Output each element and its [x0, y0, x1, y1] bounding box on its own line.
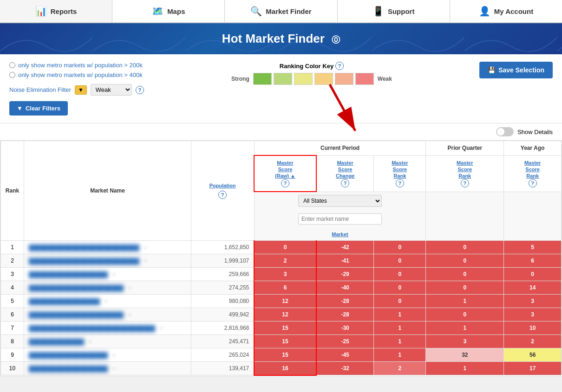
population-cell: 265,024 [191, 348, 255, 362]
nav-reports-label: Reports [51, 7, 77, 15]
population-help-icon[interactable]: ? [218, 191, 227, 199]
master-score-raw-cell: 3 [254, 268, 316, 281]
favorite-star-icon[interactable]: ☆ [158, 324, 164, 332]
population-sort-link[interactable]: Population [209, 183, 236, 188]
nav-support[interactable]: 📱 Support [338, 0, 450, 22]
master-score-rank-cell: 1 [374, 308, 426, 321]
market-link[interactable]: ████████████████████ [29, 366, 109, 372]
table-row: 6 ████████████████████████ ☆ 499,942 12 … [1, 308, 562, 321]
market-link[interactable]: ████████████████████████████ [29, 244, 141, 251]
market-name-cell: ████████████████████ ☆ [24, 362, 191, 375]
master-score-raw-cell: 15 [254, 321, 316, 335]
year-rank-cell: 17 [504, 362, 562, 375]
master-score-raw-cell: 0 [254, 241, 316, 254]
year-rank-cell: 2 [504, 335, 562, 348]
ranking-key-help-icon[interactable]: ? [335, 62, 344, 70]
market-sort-link[interactable]: Market [332, 231, 348, 237]
master-score-rank-help[interactable]: ? [396, 179, 404, 187]
market-name-cell: ██████████████████ ☆ [24, 295, 191, 308]
favorite-star-icon[interactable]: ☆ [127, 311, 133, 318]
navigation: 📊 Reports 🗺️ Maps 🔍 Market Finder 📱 Supp… [0, 0, 562, 23]
clear-filters-button[interactable]: ▼ Clear Filters [9, 101, 68, 116]
filter-funnel-icon: ▼ [75, 85, 87, 95]
noise-select[interactable]: Weak Moderate Strong [91, 84, 132, 96]
favorite-star-icon[interactable]: ☆ [103, 297, 109, 305]
year-master-score-rank-link[interactable]: MasterScoreRank [524, 160, 541, 179]
radio-400k-input[interactable] [9, 72, 15, 78]
nav-maps[interactable]: 🗺️ Maps [112, 0, 225, 22]
master-score-raw-link[interactable]: MasterScore(Raw) ▲ [275, 160, 295, 179]
swatch-2 [274, 73, 292, 85]
favorite-star-icon[interactable]: ☆ [111, 270, 117, 278]
clear-filters-label: Clear Filters [26, 105, 60, 112]
favorite-star-icon[interactable]: ☆ [111, 365, 117, 372]
favorite-star-icon[interactable]: ☆ [143, 244, 149, 251]
year-master-score-rank-help[interactable]: ? [529, 179, 537, 187]
save-selection-area: 💾 Save Selection [479, 62, 553, 78]
master-score-rank-link[interactable]: MasterScoreRank [392, 160, 408, 179]
market-link[interactable]: ████████████████████████████ [29, 258, 141, 264]
nav-reports[interactable]: 📊 Reports [0, 0, 112, 22]
year-rank-cell: 3 [504, 295, 562, 308]
th-prior-quarter: Prior Quarter [426, 141, 504, 156]
market-link[interactable]: ████████████████████████████████ [29, 325, 157, 332]
master-score-change-cell: -42 [316, 241, 374, 254]
table-row: 10 ████████████████████ ☆ 139,417 16 -32… [1, 362, 562, 375]
master-score-change-help[interactable]: ? [341, 179, 349, 187]
prior-rank-cell: 0 [426, 254, 504, 268]
save-selection-button[interactable]: 💾 Save Selection [479, 62, 553, 78]
favorite-star-icon[interactable]: ☆ [127, 284, 133, 291]
population-cell: 2,816,968 [191, 321, 255, 335]
show-details-toggle[interactable] [496, 127, 514, 136]
rank-cell: 6 [1, 308, 24, 321]
favorite-star-icon[interactable]: ☆ [111, 351, 117, 359]
market-link[interactable]: ████████████████████████ [29, 312, 125, 318]
population-cell: 1,652,850 [191, 241, 255, 254]
market-link[interactable]: ██████████████ [29, 339, 85, 345]
year-rank-cell: 56 [504, 348, 562, 362]
nav-my-account[interactable]: 👤 My Account [450, 0, 562, 22]
rank-cell: 1 [1, 241, 24, 254]
master-score-change-cell: -45 [316, 348, 374, 362]
rank-cell: 8 [1, 335, 24, 348]
nav-market-finder[interactable]: 🔍 Market Finder [225, 0, 337, 22]
state-filter-select[interactable]: All States [298, 195, 382, 207]
master-score-rank-cell: 2 [374, 362, 426, 375]
favorite-star-icon[interactable]: ☆ [143, 257, 149, 264]
market-link[interactable]: ████████████████████████ [29, 285, 125, 291]
prior-master-score-rank-help[interactable]: ? [461, 179, 469, 187]
swatch-strong [253, 73, 272, 85]
market-link[interactable]: ██████████████████ [29, 298, 101, 305]
noise-help-icon[interactable]: ? [136, 86, 144, 94]
rank-cell: 3 [1, 268, 24, 281]
market-link[interactable]: ████████████████████ [29, 352, 109, 359]
show-details-row: Show Details [0, 123, 562, 140]
th-master-score-raw: MasterScore(Raw) ▲ ? [254, 155, 316, 192]
table-row: 1 ████████████████████████████ ☆ 1,652,8… [1, 241, 562, 254]
prior-rank-cell: 0 [426, 268, 504, 281]
population-filter-group: only show metro markets w/ population > … [9, 62, 144, 78]
radio-200k-input[interactable] [9, 62, 15, 68]
market-link[interactable]: ████████████████████ [29, 271, 109, 278]
radio-400k[interactable]: only show metro markets w/ population > … [9, 71, 144, 78]
master-score-raw-cell: 12 [254, 295, 316, 308]
master-score-raw-help[interactable]: ? [281, 179, 289, 187]
nav-support-label: Support [388, 7, 415, 15]
master-score-change-cell: -40 [316, 281, 374, 295]
table-row: 4 ████████████████████████ ☆ 274,255 6 -… [1, 281, 562, 295]
master-score-raw-cell: 12 [254, 308, 316, 321]
th-prior-master-score-rank: MasterScoreRank ? [426, 155, 504, 192]
rank-cell: 7 [1, 321, 24, 335]
th-master-score-rank: MasterScoreRank ? [374, 155, 426, 192]
master-score-change-link[interactable]: MasterScoreChange [336, 160, 354, 179]
page-title: Hot Market Finder [222, 32, 325, 45]
table-row: 8 ██████████████ ☆ 245,471 15 -25 1 3 2 [1, 335, 562, 348]
my-account-icon: 👤 [479, 6, 490, 17]
th-year-ago: Year Ago [504, 141, 562, 156]
market-name-input[interactable] [298, 213, 382, 225]
favorite-star-icon[interactable]: ☆ [87, 338, 93, 345]
population-cell: 139,417 [191, 362, 255, 375]
prior-master-score-rank-link[interactable]: MasterScoreRank [457, 160, 473, 179]
banner-help-icon[interactable]: ⓪ [332, 35, 340, 45]
radio-200k[interactable]: only show metro markets w/ population > … [9, 62, 144, 69]
